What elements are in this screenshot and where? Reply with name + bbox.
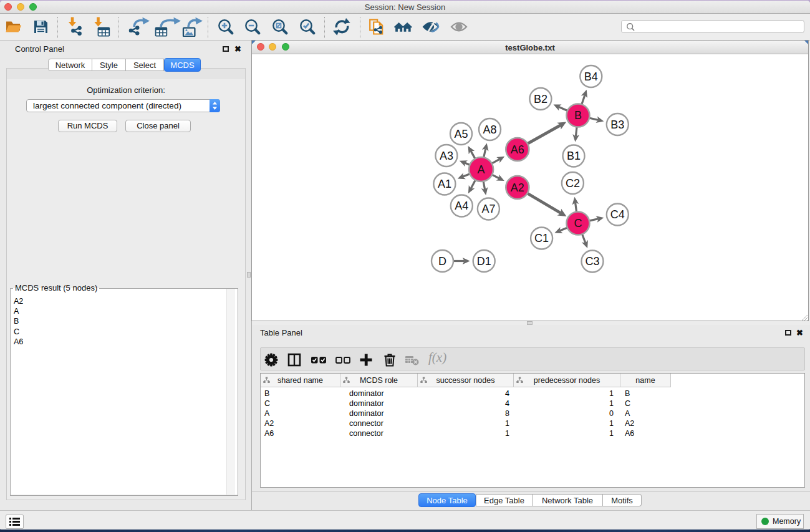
svg-text:D1: D1 bbox=[477, 255, 491, 268]
svg-text:B: B bbox=[574, 109, 582, 122]
svg-text:D: D bbox=[438, 255, 446, 268]
svg-text:C: C bbox=[574, 217, 582, 230]
svg-text:A5: A5 bbox=[454, 128, 468, 140]
svg-text:B1: B1 bbox=[567, 150, 581, 162]
svg-text:B4: B4 bbox=[584, 70, 598, 83]
svg-text:A1: A1 bbox=[438, 178, 451, 190]
svg-text:A4: A4 bbox=[455, 200, 468, 212]
svg-text:A: A bbox=[478, 163, 485, 176]
svg-text:C2: C2 bbox=[566, 177, 580, 190]
svg-text:C3: C3 bbox=[585, 255, 599, 268]
svg-text:A6: A6 bbox=[511, 143, 524, 156]
svg-text:A2: A2 bbox=[511, 181, 524, 194]
svg-text:C1: C1 bbox=[534, 232, 549, 244]
svg-text:B3: B3 bbox=[610, 118, 624, 131]
svg-text:A8: A8 bbox=[483, 123, 496, 136]
svg-text:A3: A3 bbox=[440, 150, 453, 162]
svg-text:A7: A7 bbox=[481, 203, 495, 215]
svg-text:B2: B2 bbox=[534, 93, 547, 105]
svg-text:C4: C4 bbox=[610, 208, 625, 221]
